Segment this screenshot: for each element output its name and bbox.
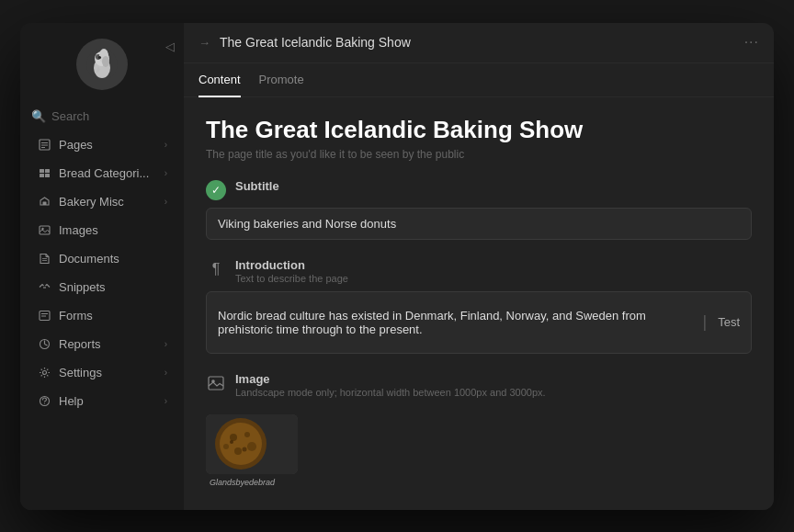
bread-categories-chevron: › [164,168,167,178]
tab-content[interactable]: Content [198,63,241,97]
svg-point-35 [234,447,242,455]
pages-icon [37,138,51,153]
sidebar-logo: ◁ [20,23,184,106]
settings-chevron: › [164,368,167,378]
introduction-field: ¶ Introduction Text to describe the page… [206,258,752,354]
snippets-icon [37,280,51,295]
image-field-icon [206,373,226,393]
main-content: → The Great Icelandic Baking Show ··· Co… [184,23,774,510]
sidebar-item-label: Settings [59,366,102,379]
subtitle-label: Subtitle [235,179,279,193]
svg-rect-9 [41,145,48,146]
bread-thumbnail-svg [206,414,298,474]
svg-rect-15 [42,202,46,206]
sidebar-item-label: Help [59,394,84,408]
search-icon: 🔍 [31,109,46,123]
subtitle-check-icon: ✓ [206,180,226,200]
help-chevron: › [164,396,167,406]
settings-icon [37,366,51,380]
sidebar-item-label: Snippets [59,280,106,294]
page-title-hint: The page title as you'd like it to be se… [206,148,752,161]
reports-icon [37,337,51,352]
logo-circle [76,39,128,90]
introduction-textarea[interactable]: Nordic bread culture has existed in Denm… [206,291,752,354]
collapse-button[interactable]: ◁ [165,40,175,53]
sidebar-item-label: Bakery Misc [59,195,124,209]
svg-rect-12 [45,169,50,173]
sidebar-item-help[interactable]: Help › [26,388,178,415]
textarea-divider: | [702,312,707,332]
svg-point-31 [220,423,262,465]
back-arrow[interactable]: → [198,36,210,50]
svg-rect-11 [40,169,44,173]
sidebar-item-label: Bread Categori... [59,166,149,180]
image-section: Image Landscape mode only; horizontal wi… [206,372,752,487]
tabs: Content Promote [184,63,774,97]
app-window: ◁ 🔍 Search Pages › [20,23,774,510]
svg-point-38 [243,447,247,451]
svg-rect-13 [40,174,44,177]
introduction-label: Introduction [235,258,348,272]
page-title: The Great Icelandic Baking Show [206,116,752,144]
sidebar-item-label: Reports [59,337,101,351]
svg-point-37 [230,440,233,444]
sidebar-item-label: Images [59,223,98,237]
logo-icon [85,48,119,81]
subtitle-input[interactable] [206,208,752,240]
svg-rect-22 [41,316,46,317]
images-icon [37,223,51,238]
sidebar-item-label: Pages [59,138,93,152]
help-icon [37,394,51,409]
introduction-hint: Text to describe the page [235,273,348,284]
svg-rect-27 [209,377,223,390]
svg-point-33 [244,432,250,437]
image-thumbnail[interactable]: Glandsbyedebrad [206,414,298,474]
sidebar-search[interactable]: 🔍 Search [31,109,173,123]
reports-chevron: › [164,339,167,349]
page-title-section: The Great Icelandic Baking Show The page… [206,116,752,161]
sidebar-item-bread-categories[interactable]: Bread Categori... › [26,160,178,187]
more-button[interactable]: ··· [744,34,759,51]
svg-point-5 [98,56,101,59]
svg-point-26 [43,402,44,403]
svg-rect-19 [42,260,47,261]
documents-icon [37,252,51,266]
pages-chevron: › [164,140,167,150]
sidebar-item-images[interactable]: Images [26,217,178,244]
svg-point-24 [42,371,46,375]
sidebar-item-pages[interactable]: Pages › [26,131,178,159]
image-label: Image [235,372,546,386]
topbar: → The Great Icelandic Baking Show ··· [184,23,774,63]
tab-promote[interactable]: Promote [259,63,304,97]
svg-point-34 [247,442,256,451]
svg-rect-18 [42,258,47,259]
sidebar-item-settings[interactable]: Settings › [26,359,178,387]
svg-point-36 [223,444,229,449]
sidebar: ◁ 🔍 Search Pages › [20,23,184,510]
sidebar-item-forms[interactable]: Forms [26,302,178,330]
svg-rect-8 [41,142,48,143]
sidebar-item-snippets[interactable]: Snippets [26,274,178,301]
content-area[interactable]: The Great Icelandic Baking Show The page… [184,97,774,510]
svg-rect-21 [41,313,48,314]
bakery-misc-icon [37,195,51,209]
svg-point-32 [230,434,237,441]
introduction-text: Nordic bread culture has existed in Denm… [218,309,691,336]
svg-rect-14 [45,174,50,177]
subtitle-field: ✓ Subtitle [206,179,752,240]
bread-categories-icon [37,166,51,181]
sidebar-item-reports[interactable]: Reports › [26,331,178,358]
topbar-title: The Great Icelandic Baking Show [220,35,735,50]
forms-icon [37,309,51,323]
svg-point-6 [102,56,109,67]
svg-rect-10 [41,147,45,148]
sidebar-item-bakery-misc[interactable]: Bakery Misc › [26,188,178,216]
sidebar-item-label: Documents [59,252,119,266]
image-hint: Landscape mode only; horizontal width be… [235,387,546,398]
textarea-test-word: Test [718,315,740,329]
sidebar-item-label: Forms [59,309,93,323]
sidebar-nav: Pages › Bread Categori... › [20,130,184,501]
introduction-para-icon: ¶ [206,259,226,279]
image-name-label: Glandsbyedebrad [210,478,752,487]
sidebar-item-documents[interactable]: Documents [26,245,178,273]
